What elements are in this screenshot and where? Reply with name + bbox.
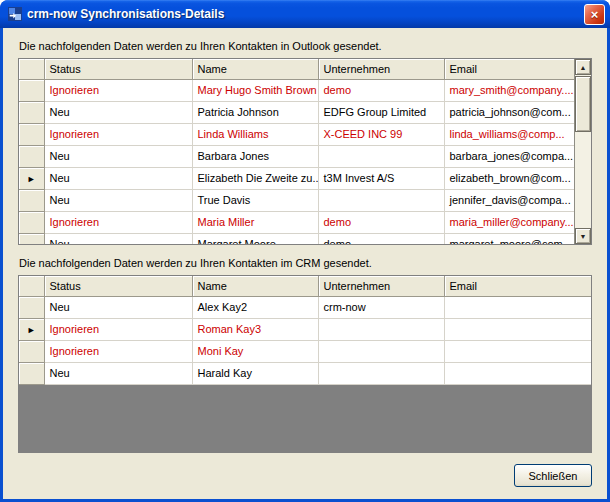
cell-email[interactable]: margaret_moore@com... bbox=[444, 233, 574, 245]
cell-status[interactable]: Ignorieren bbox=[44, 211, 192, 233]
cell-name[interactable]: Mary Hugo Smith Brown bbox=[192, 79, 318, 101]
column-header-company[interactable]: Unternehmen bbox=[318, 59, 444, 79]
cell-email[interactable]: barbara_jones@compa... bbox=[444, 145, 574, 167]
cell-company[interactable] bbox=[318, 189, 444, 211]
row-selector[interactable] bbox=[19, 123, 44, 145]
cell-status[interactable]: Neu bbox=[44, 167, 192, 189]
cell-company[interactable] bbox=[318, 145, 444, 167]
column-header-status[interactable]: Status bbox=[44, 59, 192, 79]
close-icon[interactable]: × bbox=[584, 4, 605, 25]
cell-status[interactable]: Neu bbox=[44, 296, 192, 318]
cell-email[interactable]: jennifer_davis@compa... bbox=[444, 189, 574, 211]
row-selector[interactable] bbox=[19, 145, 44, 167]
app-icon bbox=[7, 6, 23, 22]
row-selector[interactable] bbox=[19, 362, 44, 384]
cell-name[interactable]: Alex Kay2 bbox=[192, 296, 318, 318]
close-dialog-button[interactable]: Schließen bbox=[514, 464, 592, 487]
table-row[interactable]: NeuMargaret Mooredemomargaret_moore@com.… bbox=[19, 233, 574, 245]
cell-name[interactable]: Roman Kay3 bbox=[192, 318, 318, 340]
titlebar: crm-now Synchronisations-Details × bbox=[0, 0, 610, 28]
selector-column-header bbox=[19, 276, 44, 296]
table-row[interactable]: IgnorierenMary Hugo Smith Browndemomary_… bbox=[19, 79, 574, 101]
table-row[interactable]: IgnorierenMoni Kay bbox=[19, 340, 591, 362]
column-header-status[interactable]: Status bbox=[44, 276, 192, 296]
crm-table: Status Name Unternehmen Email NeuAlex Ka… bbox=[18, 275, 592, 453]
table-row[interactable]: ►NeuElizabeth Die Zweite zu...t3M Invest… bbox=[19, 167, 574, 189]
current-row-marker-icon: ► bbox=[27, 174, 36, 184]
column-header-company[interactable]: Unternehmen bbox=[318, 276, 444, 296]
cell-email[interactable]: mary_smith@company.... bbox=[444, 79, 574, 101]
selector-column-header bbox=[19, 59, 44, 79]
cell-name[interactable]: Barbara Jones bbox=[192, 145, 318, 167]
scrollbar-thumb[interactable] bbox=[575, 76, 591, 132]
table-row[interactable]: IgnorierenMaria Millerdemomaria_miller@c… bbox=[19, 211, 574, 233]
cell-email[interactable]: elizabeth_brown@com... bbox=[444, 167, 574, 189]
cell-company[interactable]: demo bbox=[318, 79, 444, 101]
column-header-email[interactable]: Email bbox=[444, 276, 591, 296]
row-selector[interactable] bbox=[19, 211, 44, 233]
cell-status[interactable]: Neu bbox=[44, 101, 192, 123]
outlook-table: Status Name Unternehmen Email Ignorieren… bbox=[18, 58, 592, 245]
cell-company[interactable] bbox=[318, 340, 444, 362]
column-header-name[interactable]: Name bbox=[192, 59, 318, 79]
current-row-marker-icon: ► bbox=[27, 325, 36, 335]
vertical-scrollbar[interactable]: ▲ ▼ bbox=[574, 59, 591, 244]
cell-company[interactable]: X-CEED INC 99 bbox=[318, 123, 444, 145]
cell-company[interactable]: EDFG Group Limited bbox=[318, 101, 444, 123]
cell-status[interactable]: Neu bbox=[44, 233, 192, 245]
column-header-email[interactable]: Email bbox=[444, 59, 574, 79]
cell-company[interactable] bbox=[318, 362, 444, 384]
crm-header-row: Status Name Unternehmen Email bbox=[19, 276, 591, 296]
cell-email[interactable]: maria_miller@company.... bbox=[444, 211, 574, 233]
table-row[interactable]: NeuBarbara Jonesbarbara_jones@compa... bbox=[19, 145, 574, 167]
cell-company[interactable]: demo bbox=[318, 211, 444, 233]
cell-name[interactable]: Moni Kay bbox=[192, 340, 318, 362]
cell-name[interactable]: Maria Miller bbox=[192, 211, 318, 233]
cell-status[interactable]: Ignorieren bbox=[44, 79, 192, 101]
table-row[interactable]: NeuTrue Davisjennifer_davis@compa... bbox=[19, 189, 574, 211]
row-selector-current[interactable]: ► bbox=[19, 167, 44, 189]
outlook-section-label: Die nachfolgenden Daten werden zu Ihren … bbox=[19, 39, 592, 53]
cell-name[interactable]: Elizabeth Die Zweite zu... bbox=[192, 167, 318, 189]
row-selector[interactable] bbox=[19, 233, 44, 245]
cell-company[interactable]: crm-now bbox=[318, 296, 444, 318]
scroll-up-icon[interactable]: ▲ bbox=[575, 59, 591, 75]
column-header-name[interactable]: Name bbox=[192, 276, 318, 296]
window-title: crm-now Synchronisations-Details bbox=[27, 7, 584, 21]
cell-email[interactable] bbox=[444, 318, 591, 340]
row-selector[interactable] bbox=[19, 101, 44, 123]
scroll-down-icon[interactable]: ▼ bbox=[575, 228, 591, 244]
cell-status[interactable]: Neu bbox=[44, 145, 192, 167]
cell-name[interactable]: Linda Williams bbox=[192, 123, 318, 145]
cell-company[interactable]: t3M Invest A/S bbox=[318, 167, 444, 189]
cell-email[interactable] bbox=[444, 362, 591, 384]
table-row[interactable]: NeuAlex Kay2crm-now bbox=[19, 296, 591, 318]
table-row[interactable]: IgnorierenLinda WilliamsX-CEED INC 99lin… bbox=[19, 123, 574, 145]
cell-email[interactable]: linda_williams@comp... bbox=[444, 123, 574, 145]
table-row[interactable]: NeuPatricia JohnsonEDFG Group Limitedpat… bbox=[19, 101, 574, 123]
button-row: Schließen bbox=[18, 464, 592, 487]
row-selector[interactable] bbox=[19, 296, 44, 318]
crm-section-label: Die nachfolgenden Daten werden zu Ihren … bbox=[19, 256, 592, 270]
cell-company[interactable]: demo bbox=[318, 233, 444, 245]
row-selector-current[interactable]: ► bbox=[19, 318, 44, 340]
cell-name[interactable]: Patricia Johnson bbox=[192, 101, 318, 123]
row-selector[interactable] bbox=[19, 189, 44, 211]
cell-company[interactable] bbox=[318, 318, 444, 340]
cell-status[interactable]: Ignorieren bbox=[44, 123, 192, 145]
cell-name[interactable]: Margaret Moore bbox=[192, 233, 318, 245]
cell-name[interactable]: Harald Kay bbox=[192, 362, 318, 384]
table-row[interactable]: ►IgnorierenRoman Kay3 bbox=[19, 318, 591, 340]
table-row[interactable]: NeuHarald Kay bbox=[19, 362, 591, 384]
row-selector[interactable] bbox=[19, 340, 44, 362]
cell-email[interactable] bbox=[444, 340, 591, 362]
cell-status[interactable]: Ignorieren bbox=[44, 340, 192, 362]
row-selector[interactable] bbox=[19, 79, 44, 101]
cell-name[interactable]: True Davis bbox=[192, 189, 318, 211]
cell-email[interactable]: patricia_johnson@com... bbox=[444, 101, 574, 123]
cell-status[interactable]: Neu bbox=[44, 189, 192, 211]
cell-email[interactable] bbox=[444, 296, 591, 318]
cell-status[interactable]: Neu bbox=[44, 362, 192, 384]
cell-status[interactable]: Ignorieren bbox=[44, 318, 192, 340]
outlook-header-row: Status Name Unternehmen Email bbox=[19, 59, 574, 79]
